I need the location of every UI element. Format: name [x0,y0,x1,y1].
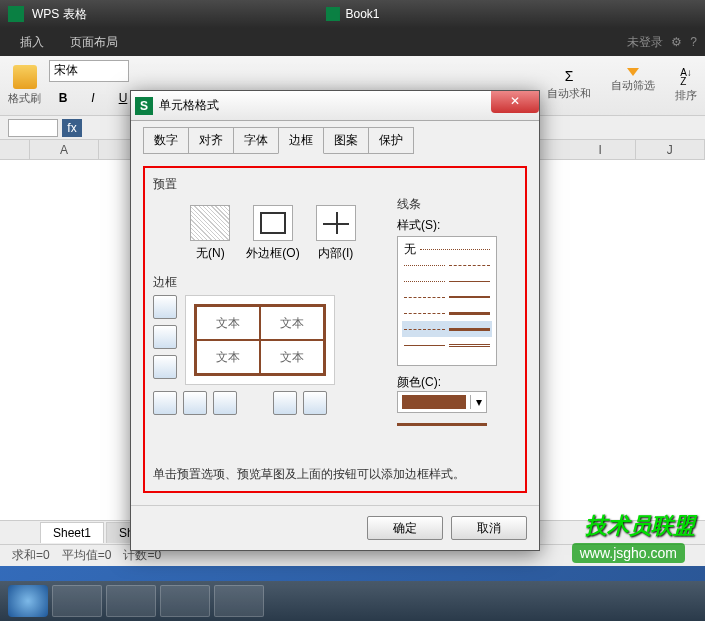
login-area[interactable]: 未登录 ⚙ ? [627,34,697,51]
start-button[interactable] [8,585,48,617]
style-option[interactable] [402,305,492,321]
preview-cell: 文本 [260,340,324,374]
format-painter-group[interactable]: 格式刷 [8,65,41,106]
col-header[interactable]: A [30,140,100,159]
tab-border[interactable]: 边框 [278,127,324,154]
filter-icon [627,68,639,76]
col-header[interactable]: J [636,140,706,159]
brush-icon [13,65,37,89]
border-left-button[interactable] [183,391,207,415]
border-right-button[interactable] [273,391,297,415]
border-hmiddle-button[interactable] [153,325,177,349]
tab-pattern[interactable]: 图案 [323,127,369,154]
color-picker[interactable]: ▾ [397,391,487,413]
ribbon-tab-insert[interactable]: 插入 [8,30,56,55]
border-label: 边框 [153,274,393,291]
fx-button[interactable]: fx [62,119,82,137]
style-option[interactable] [402,273,492,289]
style-option[interactable] [402,257,492,273]
close-button[interactable]: ✕ [491,91,539,113]
sigma-icon: Σ [565,68,574,84]
preset-none-icon [190,205,230,241]
dialog-title: 单元格格式 [159,97,219,114]
preset-label: 预置 [153,176,393,193]
bold-button[interactable]: B [49,84,77,112]
app-title: WPS 表格 [32,6,87,23]
dialog-icon: S [135,97,153,115]
preview-cell: 文本 [196,340,260,374]
taskbar[interactable] [0,581,705,621]
tab-font[interactable]: 字体 [233,127,279,154]
tab-number[interactable]: 数字 [143,127,189,154]
app-titlebar: WPS 表格 Book1 [0,0,705,28]
preset-inside-button[interactable]: 内部(I) [316,205,356,262]
watermark-text: 技术员联盟 [585,511,695,541]
line-label: 线条 [397,196,497,213]
color-swatch [402,395,466,409]
autosum-button[interactable]: Σ 自动求和 [547,68,591,103]
ok-button[interactable]: 确定 [367,516,443,540]
tab-protect[interactable]: 保护 [368,127,414,154]
color-sample-line [397,423,487,426]
border-diag1-button[interactable] [153,391,177,415]
dialog-titlebar[interactable]: S 单元格格式 ✕ [131,91,539,121]
dialog-tabs: 数字 对齐 字体 边框 图案 保护 [131,121,539,154]
border-preview[interactable]: 文本 文本 文本 文本 [185,295,335,385]
tab-align[interactable]: 对齐 [188,127,234,154]
font-family-select[interactable] [49,60,129,82]
task-item[interactable] [52,585,102,617]
style-label: 样式(S): [397,217,497,234]
settings-icon[interactable]: ⚙ [671,35,682,49]
style-option[interactable] [402,289,492,305]
highlighted-region: 预置 无(N) 外边框(O) [143,166,527,493]
col-header[interactable]: I [566,140,636,159]
status-sum: 求和=0 [12,547,50,564]
task-item[interactable] [160,585,210,617]
sheet-tab[interactable]: Sheet1 [40,522,104,543]
sort-button[interactable]: A↓Z 排序 [675,68,697,103]
task-item[interactable] [214,585,264,617]
help-icon[interactable]: ? [690,35,697,49]
style-option[interactable] [402,321,492,337]
style-option[interactable] [402,337,492,353]
sort-icon: A↓Z [680,68,692,86]
line-style-list[interactable]: 无 [397,236,497,366]
border-top-button[interactable] [153,295,177,319]
doc-icon [325,7,339,21]
cancel-button[interactable]: 取消 [451,516,527,540]
status-avg: 平均值=0 [62,547,112,564]
border-bottom-button[interactable] [153,355,177,379]
dialog-hint: 单击预置选项、预览草图及上面的按钮可以添加边框样式。 [153,466,517,483]
ribbon-tab-layout[interactable]: 页面布局 [58,30,130,55]
cell-format-dialog: S 单元格格式 ✕ 数字 对齐 字体 边框 图案 保护 预置 无 [130,90,540,551]
dialog-footer: 确定 取消 [131,505,539,550]
autofilter-button[interactable]: 自动筛选 [611,68,655,103]
preset-inside-icon [316,205,356,241]
italic-button[interactable]: I [79,84,107,112]
color-label: 颜色(C): [397,374,497,391]
watermark-url: www.jsgho.com [572,543,685,563]
task-item[interactable] [106,585,156,617]
border-diag2-button[interactable] [303,391,327,415]
style-none[interactable]: 无 [402,241,492,257]
preview-cell: 文本 [260,306,324,340]
border-vmiddle-button[interactable] [213,391,237,415]
preview-cell: 文本 [196,306,260,340]
preset-outline-button[interactable]: 外边框(O) [246,205,299,262]
cell-reference-input[interactable] [8,119,58,137]
ribbon-tabs: 插入 页面布局 未登录 ⚙ ? [0,28,705,56]
preset-outline-icon [253,205,293,241]
document-title: Book1 [325,7,379,21]
chevron-down-icon: ▾ [470,395,486,409]
preset-none-button[interactable]: 无(N) [190,205,230,262]
app-icon [8,6,24,22]
